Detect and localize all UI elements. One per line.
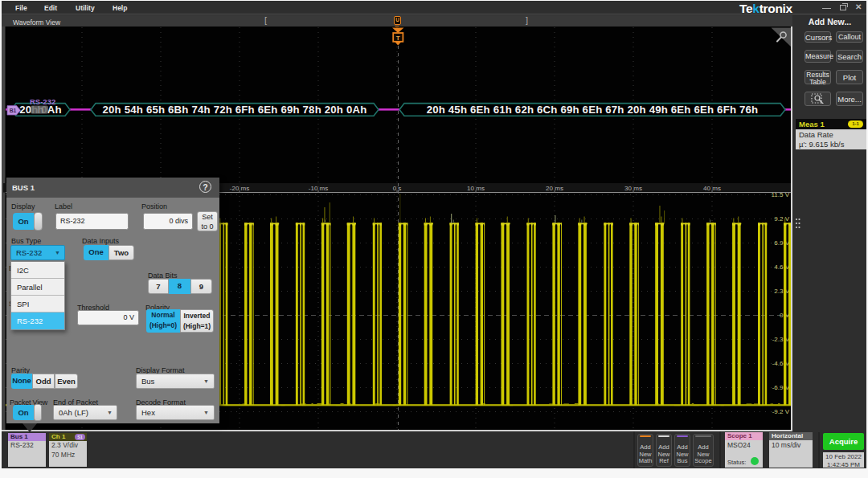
svg-text:-2.3 V: -2.3 V xyxy=(772,336,790,343)
svg-text:B1: B1 xyxy=(10,108,17,113)
svg-text:-9.2 V: -9.2 V xyxy=(772,408,790,415)
svg-text:2.3 V: 2.3 V xyxy=(774,288,789,295)
svg-text:RS-232: RS-232 xyxy=(30,97,55,106)
svg-text:20h 45h 6Eh 61h 62h 6Ch 69h 6E: 20h 45h 6Eh 61h 62h 6Ch 69h 6Eh 67h 20h … xyxy=(427,104,759,116)
svg-text:6.9 V: 6.9 V xyxy=(774,239,789,247)
svg-text:4.6 V: 4.6 V xyxy=(774,264,789,271)
svg-text:11.5 V: 11.5 V xyxy=(771,191,789,198)
svg-text:9.2 V: 9.2 V xyxy=(774,215,789,223)
svg-text:-4.6 V: -4.6 V xyxy=(772,360,790,367)
svg-text:20h 54h 65h 6Bh 74h 72h 6Fh 6E: 20h 54h 65h 6Bh 74h 72h 6Fh 6Eh 69h 78h … xyxy=(103,104,367,116)
svg-text:T: T xyxy=(396,35,400,42)
svg-text:-6.9 V: -6.9 V xyxy=(772,384,790,391)
